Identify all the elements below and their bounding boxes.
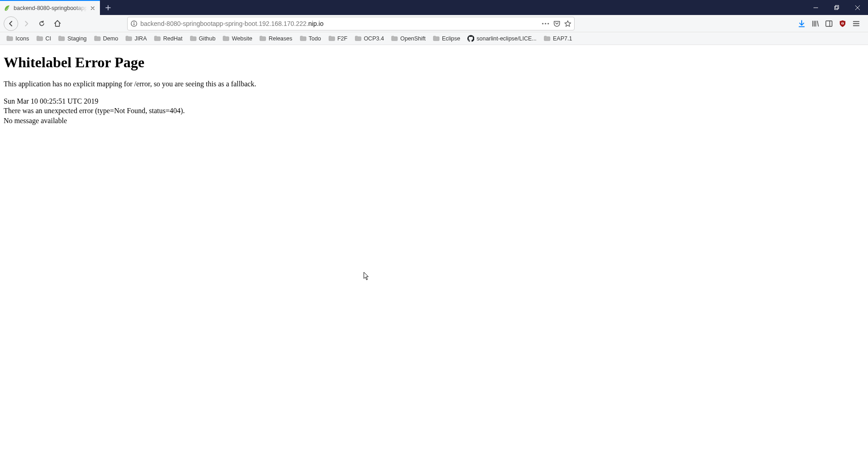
folder-icon: [391, 35, 398, 41]
bookmark-label: CI: [45, 35, 51, 42]
url-prefix: backend-8080-springbootapp-spring-boot.1…: [140, 20, 308, 27]
svg-rect-0: [835, 6, 838, 10]
bookmark-star-icon[interactable]: [564, 20, 571, 27]
svg-rect-1: [836, 5, 839, 9]
bookmark-item[interactable]: Eclipse: [430, 35, 463, 43]
new-tab-button[interactable]: [100, 0, 116, 15]
tab-active[interactable]: backend-8080-springbootapp-: [0, 0, 100, 15]
bookmark-item[interactable]: JIRA: [123, 35, 149, 43]
folder-icon: [125, 35, 132, 41]
forward-button[interactable]: [19, 16, 34, 31]
folder-icon: [328, 35, 335, 41]
svg-point-7: [547, 23, 549, 24]
svg-rect-4: [134, 23, 134, 25]
svg-point-5: [542, 23, 543, 24]
bookmark-item[interactable]: EAP7.1: [541, 35, 575, 43]
bookmark-item[interactable]: Icons: [4, 35, 32, 43]
url-domain: nip.io: [308, 20, 323, 27]
page-actions-icon[interactable]: [541, 22, 550, 25]
reload-button[interactable]: [35, 16, 49, 31]
bookmark-label: Staging: [67, 35, 86, 42]
bookmark-label: F2F: [337, 35, 347, 42]
folder-icon: [223, 35, 229, 41]
folder-icon: [433, 35, 440, 41]
browser-window: backend-8080-springbootapp-: [0, 0, 868, 468]
bookmark-item[interactable]: Github: [187, 35, 218, 43]
downloads-icon[interactable]: [795, 17, 808, 30]
bookmark-label: RedHat: [163, 35, 182, 42]
folder-icon: [94, 35, 101, 41]
close-window-button[interactable]: [847, 0, 868, 15]
menu-icon[interactable]: [850, 17, 863, 30]
spring-leaf-icon: [4, 5, 11, 12]
error-message: No message available: [4, 116, 864, 126]
bookmark-item[interactable]: Staging: [55, 35, 89, 43]
bookmark-item[interactable]: OpenShift: [388, 35, 428, 43]
bookmark-item[interactable]: OCP3.4: [352, 35, 387, 43]
close-tab-icon[interactable]: [89, 5, 96, 12]
folder-icon: [190, 35, 197, 41]
bookmark-label: Todo: [309, 35, 321, 42]
bookmark-label: Website: [232, 35, 252, 42]
svg-rect-10: [842, 22, 843, 25]
svg-rect-8: [826, 20, 832, 26]
bookmark-label: Icons: [15, 35, 29, 42]
bookmark-item[interactable]: CI: [34, 35, 54, 43]
error-paragraph: This application has no explicit mapping…: [4, 79, 864, 89]
folder-icon: [154, 35, 161, 41]
minimize-button[interactable]: [805, 0, 826, 15]
maximize-button[interactable]: [826, 0, 847, 15]
bookmark-label: OpenShift: [400, 35, 426, 42]
folder-icon: [300, 35, 307, 41]
bookmark-label: sonarlint-eclipse/LICE...: [476, 35, 536, 42]
ublock-shield-icon[interactable]: [836, 17, 849, 30]
folder-icon: [355, 35, 362, 41]
bookmark-item[interactable]: Website: [220, 35, 255, 43]
navbar: backend-8080-springbootapp-spring-boot.1…: [0, 15, 868, 32]
bookmark-label: EAP7.1: [553, 35, 572, 42]
bookmark-label: Github: [199, 35, 216, 42]
window-controls: [805, 0, 868, 15]
github-icon: [467, 35, 474, 42]
folder-icon: [6, 35, 13, 41]
page-content: Whitelabel Error Page This application h…: [0, 45, 868, 468]
error-heading: Whitelabel Error Page: [4, 54, 864, 71]
bookmark-item[interactable]: Releases: [257, 35, 295, 43]
tab-strip: backend-8080-springbootapp-: [0, 0, 868, 15]
library-icon[interactable]: [809, 17, 822, 30]
pocket-icon[interactable]: [553, 20, 560, 27]
folder-icon: [259, 35, 266, 41]
bookmark-item[interactable]: sonarlint-eclipse/LICE...: [465, 34, 539, 43]
bookmark-label: Demo: [103, 35, 118, 42]
bookmark-item[interactable]: Todo: [297, 35, 324, 43]
folder-icon: [58, 35, 65, 41]
url-text: backend-8080-springbootapp-spring-boot.1…: [140, 17, 539, 30]
folder-icon: [36, 35, 43, 41]
bookmark-item[interactable]: F2F: [326, 35, 350, 43]
bookmark-item[interactable]: RedHat: [151, 35, 185, 43]
folder-icon: [544, 35, 551, 41]
svg-point-3: [134, 22, 134, 23]
back-button[interactable]: [4, 16, 18, 31]
site-info-icon[interactable]: [130, 20, 138, 27]
bookmark-label: OCP3.4: [364, 35, 384, 42]
bookmark-label: Releases: [268, 35, 292, 42]
error-detail: There was an unexpected error (type=Not …: [4, 106, 864, 116]
home-button[interactable]: [50, 16, 64, 31]
bookmarks-bar: IconsCIStagingDemoJIRARedHatGithubWebsit…: [0, 32, 868, 45]
bookmark-label: JIRA: [134, 35, 147, 42]
url-bar[interactable]: backend-8080-springbootapp-spring-boot.1…: [127, 17, 575, 30]
bookmark-item[interactable]: Demo: [91, 35, 121, 43]
error-timestamp: Sun Mar 10 00:25:51 UTC 2019: [4, 96, 864, 106]
sidebar-icon[interactable]: [823, 17, 835, 30]
svg-point-6: [545, 23, 546, 24]
bookmark-label: Eclipse: [442, 35, 460, 42]
